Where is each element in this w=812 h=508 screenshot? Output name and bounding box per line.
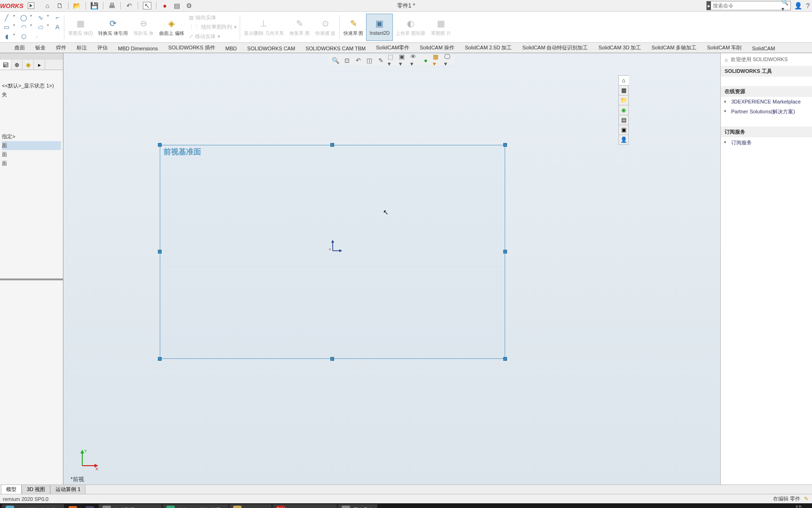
tree-tab-feature-icon[interactable]: 🗟 bbox=[0, 60, 11, 70]
task-tab-appearance-icon[interactable]: ▤ bbox=[618, 115, 629, 125]
taskbar-solidworks[interactable]: SWSOLIDWORKS Pr... bbox=[273, 504, 337, 508]
tab-model[interactable]: 模型 bbox=[1, 485, 22, 494]
search-run-icon[interactable]: ▸ bbox=[707, 1, 711, 10]
tree-tab-arrow-icon[interactable]: ▸ bbox=[34, 60, 45, 70]
tab-solidcam-25d[interactable]: SolidCAM 2.5D 加工 bbox=[460, 42, 517, 53]
tab-solidcam-op[interactable]: SolidCAM 操作 bbox=[414, 42, 460, 53]
options-icon[interactable]: ⚙ bbox=[186, 2, 193, 9]
tab-solidcam-part[interactable]: SolidCAM零件 bbox=[371, 42, 414, 53]
plane-handle[interactable] bbox=[158, 250, 162, 254]
tab-motion[interactable]: 运动算例 1 bbox=[50, 485, 86, 494]
tree-front-plane[interactable]: 面 bbox=[2, 141, 61, 150]
tab-sheetmetal[interactable]: 钣金 bbox=[30, 42, 51, 53]
plane-handle[interactable] bbox=[503, 250, 507, 254]
rapid-sketch-button[interactable]: ✎快速草 图 bbox=[341, 14, 367, 41]
plane-handle[interactable] bbox=[503, 143, 507, 147]
tree-display-state[interactable]: <<默认>_显示状态 1>) bbox=[2, 81, 61, 90]
home-icon[interactable]: ⌂ bbox=[44, 2, 51, 9]
doc-props-icon[interactable]: ▤ bbox=[173, 2, 181, 9]
slot-tool-icon[interactable]: ◖ bbox=[2, 32, 11, 41]
tab-surface[interactable]: 曲面 bbox=[9, 42, 30, 53]
plane-handle[interactable] bbox=[503, 357, 507, 361]
open-icon[interactable]: 📂 bbox=[73, 2, 81, 9]
tree-tab-config-icon[interactable]: ◉ bbox=[23, 60, 34, 70]
tab-mbd[interactable]: MBD bbox=[220, 44, 242, 53]
print-icon[interactable]: 🖶 bbox=[108, 2, 116, 9]
user-icon[interactable]: 👤 bbox=[794, 2, 802, 9]
plane-handle[interactable] bbox=[330, 357, 334, 361]
arc-tool-icon[interactable]: ◠ bbox=[19, 23, 28, 32]
undo-icon[interactable]: ↶ bbox=[125, 2, 133, 9]
hide-show-icon[interactable]: 👁 ▾ bbox=[410, 56, 419, 64]
new-icon[interactable]: 🗋 bbox=[56, 2, 63, 9]
task-tab-library-icon[interactable]: 📁 bbox=[618, 95, 629, 105]
rebuild-icon[interactable]: ● bbox=[161, 2, 169, 9]
instant2d-button[interactable]: ▣Instant2D bbox=[366, 14, 393, 41]
help-icon[interactable]: ? bbox=[806, 2, 810, 9]
save-icon[interactable]: 💾 bbox=[91, 2, 98, 9]
tree-tab-property-icon[interactable]: ⊕ bbox=[11, 60, 23, 70]
play-icon[interactable] bbox=[28, 2, 34, 9]
task-tab-properties-icon[interactable]: ▣ bbox=[618, 125, 629, 135]
text-tool-icon[interactable]: A bbox=[53, 23, 62, 32]
command-search[interactable]: ▸ 🔍 ▾ bbox=[706, 1, 791, 10]
zoom-fit-icon[interactable]: 🔍 bbox=[331, 56, 340, 64]
surface-offset-button[interactable]: ◈曲面上 偏移 bbox=[156, 14, 187, 41]
tab-mbd-dim[interactable]: MBD Dimensions bbox=[113, 44, 163, 53]
tab-evaluate[interactable]: 评估 bbox=[92, 42, 113, 53]
task-subscribe-link[interactable]: 订阅服务 bbox=[721, 137, 812, 148]
taskbar-mobilefile[interactable]: 📁MobileFile bbox=[229, 504, 272, 508]
select-icon[interactable]: ↖ bbox=[143, 2, 151, 9]
taskbar-formatfactory[interactable]: ⚙格式工厂 X64 5.4.5 bbox=[99, 504, 162, 508]
view-orientation-icon[interactable]: ⬚ ▾ bbox=[388, 56, 396, 64]
tree-right-plane[interactable]: 面 bbox=[2, 159, 61, 168]
apply-scene-icon[interactable]: ▦ ▾ bbox=[433, 56, 441, 64]
task-tab-resources-icon[interactable]: ▦ bbox=[618, 85, 629, 95]
tab-swcam-tbm[interactable]: SOLIDWORKS CAM TBM bbox=[300, 44, 371, 53]
circle-tool-icon[interactable]: ◯ bbox=[19, 14, 28, 22]
tree-folder[interactable]: 夹 bbox=[2, 90, 61, 99]
graphics-canvas[interactable]: 🔍 ⊡ ↶ ◫ ✎ ⬚ ▾ ▣ ▾ 👁 ▾ ● ▦ ▾ 🖵 ▾ 前视基准面 * bbox=[63, 53, 720, 484]
line-tool-icon[interactable]: ╱ bbox=[2, 14, 11, 22]
tab-weldment[interactable]: 焊件 bbox=[51, 42, 71, 53]
taskbar-app-4[interactable]: ◉机电2019级年级通... bbox=[163, 504, 228, 508]
taskbar-firefox-icon[interactable]: 🦊 bbox=[65, 504, 81, 508]
plane-handle[interactable] bbox=[158, 143, 162, 147]
tab-solidcam-multi[interactable]: SolidCAM 多轴加工 bbox=[646, 42, 702, 53]
tab-annotate[interactable]: 标注 bbox=[71, 42, 92, 53]
search-icon[interactable]: 🔍 ▾ bbox=[780, 0, 790, 12]
tab-swcam[interactable]: SOLIDWORKS CAM bbox=[242, 44, 300, 53]
dynamic-annotation-icon[interactable]: ✎ bbox=[376, 56, 385, 64]
task-tab-home-icon[interactable]: ⌂ bbox=[618, 75, 629, 86]
taskbar-app-2[interactable]: ◐ bbox=[82, 504, 98, 508]
tab-solidcam-3d[interactable]: SolidCAM 3D 加工 bbox=[593, 42, 646, 53]
convert-entities-button[interactable]: ⟳转换实 体引用 bbox=[95, 14, 131, 41]
plane-handle[interactable] bbox=[330, 143, 334, 147]
section-view-icon[interactable]: ◫ bbox=[365, 56, 374, 64]
rectangle-tool-icon[interactable]: ▭ bbox=[2, 23, 11, 32]
view-settings-icon[interactable]: 🖵 ▾ bbox=[444, 56, 453, 64]
tab-addins[interactable]: SOLIDWORKS 插件 bbox=[163, 42, 220, 53]
task-tab-view-palette-icon[interactable]: ◉ bbox=[618, 105, 629, 115]
task-tab-forum-icon[interactable]: 👤 bbox=[618, 135, 629, 145]
plane-handle[interactable] bbox=[158, 357, 162, 361]
previous-view-icon[interactable]: ↶ bbox=[354, 56, 362, 64]
tab-3dview[interactable]: 3D 视图 bbox=[22, 485, 50, 494]
tab-solidcam-afr[interactable]: SolidCAM 自动特征识别加工 bbox=[517, 42, 593, 53]
search-input[interactable] bbox=[711, 3, 780, 8]
tray-clock[interactable]: 17: 202 bbox=[794, 506, 802, 508]
display-style-icon[interactable]: ▣ ▾ bbox=[399, 56, 407, 64]
tree-unspecified[interactable]: 指定> bbox=[2, 132, 61, 141]
ellipse-tool-icon[interactable]: ⬭ bbox=[36, 23, 45, 32]
status-gear-icon[interactable]: ✎ bbox=[804, 496, 808, 502]
task-partner-link[interactable]: Partner Solutions(解决方案) bbox=[721, 106, 812, 117]
tab-solidcam-turn[interactable]: SolidCAM 车削 bbox=[702, 42, 747, 53]
fillet-tool-icon[interactable]: ⌐ bbox=[53, 14, 62, 22]
zoom-area-icon[interactable]: ⊡ bbox=[343, 56, 351, 64]
tab-solidcam[interactable]: SolidCAM bbox=[747, 44, 780, 53]
task-marketplace-link[interactable]: 3DEXPERIENCE Marketplace bbox=[721, 97, 812, 106]
tree-top-plane[interactable]: 面 bbox=[2, 150, 61, 159]
spline-tool-icon[interactable]: ∿ bbox=[36, 14, 45, 22]
edit-appearance-icon[interactable]: ● bbox=[422, 56, 430, 64]
taskbar-screenrec[interactable]: ▣屏幕录像 bbox=[338, 504, 377, 508]
